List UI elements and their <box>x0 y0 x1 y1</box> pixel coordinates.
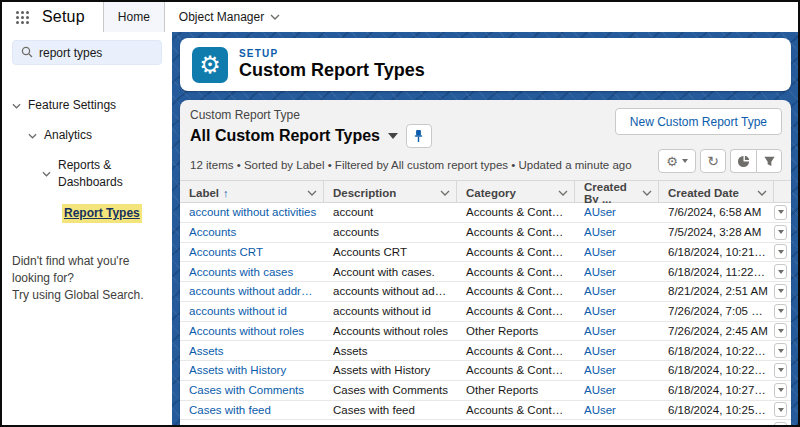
report-type-label-link[interactable]: Test Oppty Report <box>180 424 324 425</box>
report-type-label-link[interactable]: Cases with feed <box>180 404 324 416</box>
column-header-description[interactable]: Description <box>324 181 457 205</box>
row-actions-button[interactable] <box>774 422 787 425</box>
sidebar-item-analytics[interactable]: Analytics <box>2 127 172 144</box>
list-view-card: Custom Report Type All Custom Report Typ… <box>180 100 791 425</box>
tab-home[interactable]: Home <box>103 2 165 32</box>
list-status-text: 12 items • Sorted by Label • Filtered by… <box>190 159 632 173</box>
report-type-label-link[interactable]: Accounts with cases <box>180 266 324 278</box>
sidebar-item-report-types[interactable]: Report Types <box>2 204 172 223</box>
row-actions-cell <box>774 264 791 279</box>
created-by-link[interactable]: AUser <box>575 325 659 337</box>
column-menu-chevron-icon[interactable] <box>440 190 450 196</box>
row-actions-button[interactable] <box>774 244 787 259</box>
row-actions-button[interactable] <box>774 383 787 398</box>
created-by-link[interactable]: AUser <box>575 206 659 218</box>
report-type-category: Accounts & Contacts <box>457 206 575 218</box>
column-menu-chevron-icon[interactable] <box>757 190 767 196</box>
column-header-created-by[interactable]: Created By ... <box>575 181 659 205</box>
row-actions-cell <box>774 422 791 425</box>
row-actions-button[interactable] <box>774 304 787 319</box>
report-type-label-link[interactable]: Accounts CRT <box>180 246 324 258</box>
report-type-label-link[interactable]: Assets <box>180 345 324 357</box>
column-menu-chevron-icon[interactable] <box>642 190 652 196</box>
sidebar-item-feature-settings[interactable]: Feature Settings <box>2 97 172 114</box>
charts-button[interactable] <box>730 149 756 173</box>
report-type-label-link[interactable]: Accounts <box>180 226 324 238</box>
created-by-link[interactable]: AUser <box>575 345 659 357</box>
setup-search-box[interactable] <box>12 40 162 65</box>
pin-list-view-button[interactable] <box>406 124 432 148</box>
page-header-texts: SETUP Custom Report Types <box>239 48 425 81</box>
table-row: Accounts without roles Accounts without … <box>180 322 791 342</box>
report-type-category: Other Reports <box>457 325 575 337</box>
row-actions-button[interactable] <box>774 225 787 240</box>
table-row: account without activities account Accou… <box>180 203 791 223</box>
new-custom-report-type-button[interactable]: New Custom Report Type <box>615 108 782 135</box>
help-line-2: Try using Global Search. <box>12 287 162 304</box>
report-type-description: Account with cases. <box>324 266 457 278</box>
created-by-link[interactable]: AUser <box>575 305 659 317</box>
list-settings-button[interactable]: ⚙ <box>658 149 696 173</box>
column-menu-chevron-icon[interactable] <box>307 190 317 196</box>
view-selector-row: All Custom Report Types <box>190 124 432 148</box>
app-window: Setup Home Object Manager Feature Settin… <box>0 0 800 427</box>
row-actions-button[interactable] <box>774 402 787 417</box>
report-type-label-link[interactable]: accounts without address <box>180 285 324 297</box>
row-actions-cell <box>774 205 791 220</box>
setup-app-title: Setup <box>42 2 103 32</box>
sidebar-item-reports-dashboards[interactable]: Reports & Dashboards <box>2 157 172 191</box>
created-by-link[interactable]: AUser <box>575 404 659 416</box>
column-menu-chevron-icon[interactable] <box>558 190 568 196</box>
refresh-button[interactable]: ↻ <box>700 149 726 173</box>
row-actions-button[interactable] <box>774 284 787 299</box>
chevron-down-icon <box>778 250 784 254</box>
created-date: 7/26/2024, 2:45 AM <box>659 325 774 337</box>
list-view-selector[interactable]: All Custom Report Types <box>190 127 398 145</box>
created-by-link[interactable]: AUser <box>575 424 659 425</box>
list-view-header: Custom Report Type All Custom Report Typ… <box>180 100 791 148</box>
created-by-link[interactable]: AUser <box>575 226 659 238</box>
report-type-label-link[interactable]: Cases with Comments <box>180 384 324 396</box>
column-label: Label <box>189 187 219 199</box>
chevron-down-icon[interactable] <box>28 133 37 139</box>
created-by-link[interactable]: AUser <box>575 285 659 297</box>
chevron-down-icon <box>778 349 784 353</box>
app-launcher-button[interactable] <box>2 2 42 32</box>
app-launcher-waffle-icon <box>15 10 30 25</box>
sidebar-help-text: Didn't find what you're looking for? Try… <box>12 253 162 304</box>
chevron-down-icon[interactable] <box>12 103 21 109</box>
created-by-link[interactable]: AUser <box>575 266 659 278</box>
chevron-down-icon <box>778 388 784 392</box>
column-header-category[interactable]: Category <box>457 181 575 205</box>
column-header-created-date[interactable]: Created Date <box>659 181 774 205</box>
row-actions-button[interactable] <box>774 323 787 338</box>
report-type-category: Other Reports <box>457 384 575 396</box>
created-by-link[interactable]: AUser <box>575 246 659 258</box>
chevron-down-icon[interactable] <box>42 171 51 177</box>
created-date: 6/18/2024, 10:27 PM <box>659 384 774 396</box>
row-actions-cell <box>774 343 791 358</box>
row-actions-button[interactable] <box>774 363 787 378</box>
row-actions-button[interactable] <box>774 343 787 358</box>
created-date: 6/18/2024, 11:22 PM <box>659 266 774 278</box>
report-type-label-link[interactable]: account without activities <box>180 206 324 218</box>
column-header-label[interactable]: Label ↑ <box>180 181 324 205</box>
chevron-down-icon <box>778 270 784 274</box>
report-type-label-link[interactable]: Assets with History <box>180 364 324 376</box>
created-by-link[interactable]: AUser <box>575 384 659 396</box>
column-label: Description <box>333 187 396 199</box>
created-by-link[interactable]: AUser <box>575 364 659 376</box>
report-type-label-link[interactable]: Accounts without roles <box>180 325 324 337</box>
sidebar-item-report-types-link[interactable]: Report Types <box>62 204 142 223</box>
row-actions-button[interactable] <box>774 264 787 279</box>
refresh-icon: ↻ <box>707 153 719 169</box>
table-row: Cases with feed Cases with feed Accounts… <box>180 401 791 421</box>
filters-button[interactable] <box>756 149 782 173</box>
row-actions-cell <box>774 284 791 299</box>
report-type-label-link[interactable]: accounts without id <box>180 305 324 317</box>
setup-search-input[interactable] <box>39 46 153 60</box>
column-label: Category <box>466 187 516 199</box>
tab-object-manager[interactable]: Object Manager <box>165 2 294 32</box>
row-actions-button[interactable] <box>774 205 787 220</box>
table-row: accounts without address accounts withou… <box>180 282 791 302</box>
